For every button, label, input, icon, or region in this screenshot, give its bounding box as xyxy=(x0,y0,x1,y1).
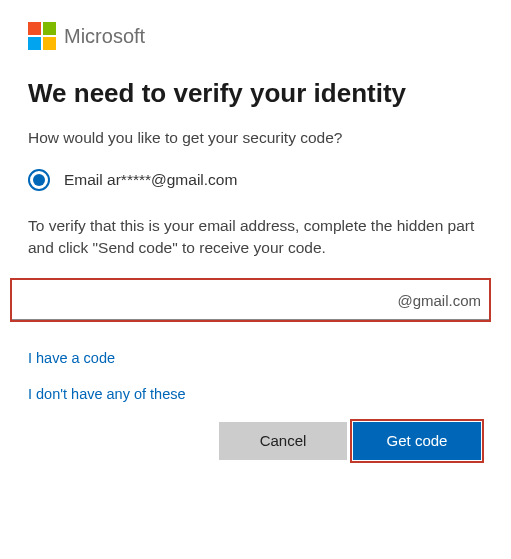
brand-text: Microsoft xyxy=(64,25,145,48)
verify-method-radio[interactable]: Email ar*****@gmail.com xyxy=(28,169,483,191)
have-code-link[interactable]: I have a code xyxy=(28,350,483,366)
page-title: We need to verify your identity xyxy=(28,78,483,109)
brand-row: Microsoft xyxy=(28,22,483,50)
instruction-text: To verify that this is your email addres… xyxy=(28,215,483,260)
radio-label: Email ar*****@gmail.com xyxy=(64,171,237,189)
cancel-button[interactable]: Cancel xyxy=(219,422,347,460)
email-input-wrap: @gmail.com xyxy=(10,278,491,322)
email-suffix: @gmail.com xyxy=(397,291,481,308)
get-code-button[interactable]: Get code xyxy=(353,422,481,460)
subtitle-text: How would you like to get your security … xyxy=(28,129,483,147)
microsoft-logo-icon xyxy=(28,22,56,50)
no-options-link[interactable]: I don't have any of these xyxy=(28,386,483,402)
button-row: Cancel Get code xyxy=(28,422,483,460)
radio-icon xyxy=(28,169,50,191)
